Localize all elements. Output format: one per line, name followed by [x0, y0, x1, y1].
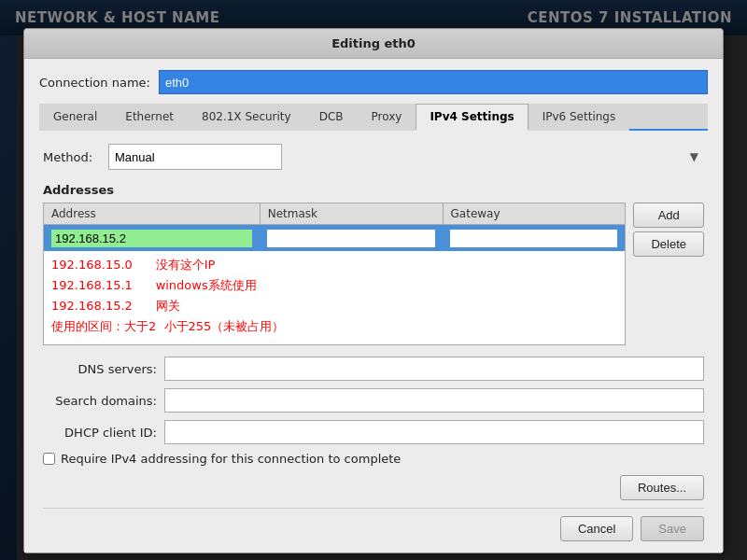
netmask-input[interactable] — [267, 230, 435, 247]
addresses-section: Address Netmask Gateway — [43, 203, 704, 353]
address-input[interactable] — [51, 230, 252, 247]
addr-table-header: Address Netmask Gateway — [44, 203, 625, 225]
annotation-line-4: 使用的区间：大于2 小于255（未被占用） — [51, 316, 617, 337]
bottom-buttons: Cancel Save — [43, 508, 704, 541]
tab-ipv4[interactable]: IPv4 Settings — [416, 104, 528, 131]
annotation-line-3: 192.168.15.2 网关 — [51, 296, 617, 316]
gateway-input[interactable] — [450, 230, 618, 247]
cancel-button[interactable]: Cancel — [560, 516, 633, 541]
dialog-titlebar: Editing eth0 — [24, 29, 723, 59]
dhcp-label: DHCP client ID: — [43, 426, 164, 440]
search-input[interactable] — [164, 388, 704, 413]
search-label: Search domains: — [43, 394, 164, 408]
annotation-box: 192.168.15.0 没有这个IP 192.168.15.1 windows… — [44, 251, 625, 344]
tab-proxy[interactable]: Proxy — [358, 104, 416, 131]
tab-security[interactable]: 802.1X Security — [188, 104, 305, 131]
method-select[interactable]: Manual Automatic (DHCP) Link-Local Only … — [108, 144, 282, 170]
routes-button[interactable]: Routes... — [620, 475, 704, 500]
dialog-backdrop: Editing eth0 Connection name: General Et… — [0, 0, 747, 560]
tab-general[interactable]: General — [39, 104, 111, 131]
addr-col-header: Address — [44, 203, 260, 224]
method-label: Method: — [43, 150, 108, 164]
checkbox-label: Require IPv4 addressing for this connect… — [61, 452, 401, 466]
dhcp-row: DHCP client ID: — [43, 420, 704, 444]
dns-label: DNS servers: — [43, 362, 164, 376]
gateway-col-header: Gateway — [443, 203, 626, 224]
search-row: Search domains: — [43, 388, 704, 413]
dns-row: DNS servers: — [43, 357, 704, 381]
addr-table-row — [44, 225, 625, 251]
addr-cell-gateway — [443, 225, 626, 251]
select-arrow-icon: ▼ — [690, 150, 698, 163]
dns-input[interactable] — [164, 357, 704, 381]
tab-ethernet[interactable]: Ethernet — [111, 104, 188, 131]
netmask-col-header: Netmask — [260, 203, 443, 224]
method-select-wrapper: Manual Automatic (DHCP) Link-Local Only … — [108, 144, 704, 170]
dhcp-input[interactable] — [164, 420, 704, 444]
editing-dialog: Editing eth0 Connection name: General Et… — [23, 28, 724, 553]
routes-row: Routes... — [43, 475, 704, 500]
checkbox-row: Require IPv4 addressing for this connect… — [43, 452, 704, 466]
addr-buttons-panel: Add Delete — [633, 203, 704, 257]
addr-cell-address — [44, 225, 260, 251]
save-button[interactable]: Save — [641, 516, 704, 541]
add-button[interactable]: Add — [633, 203, 704, 228]
ipv4-tab-content: Method: Manual Automatic (DHCP) Link-Loc… — [39, 144, 708, 541]
connection-name-row: Connection name: — [39, 70, 708, 94]
connection-name-input[interactable] — [159, 70, 708, 94]
delete-button[interactable]: Delete — [633, 231, 704, 257]
tab-ipv6[interactable]: IPv6 Settings — [529, 104, 630, 131]
tabs-bar: General Ethernet 802.1X Security DCB Pro… — [39, 104, 708, 131]
ipv4-required-checkbox[interactable] — [43, 453, 55, 465]
addresses-title: Addresses — [43, 183, 704, 197]
addresses-table-container: Address Netmask Gateway — [43, 203, 626, 353]
dialog-title: Editing eth0 — [331, 36, 416, 50]
method-row: Method: Manual Automatic (DHCP) Link-Loc… — [43, 144, 704, 170]
tab-dcb[interactable]: DCB — [305, 104, 358, 131]
addr-cell-netmask — [260, 225, 443, 251]
annotation-line-1: 192.168.15.0 没有这个IP — [51, 255, 617, 275]
dialog-body: Connection name: General Ethernet 802.1X… — [24, 59, 723, 553]
annotation-line-2: 192.168.15.1 windows系统使用 — [51, 275, 617, 296]
connection-name-label: Connection name: — [39, 76, 151, 90]
addresses-table: Address Netmask Gateway — [43, 203, 626, 345]
